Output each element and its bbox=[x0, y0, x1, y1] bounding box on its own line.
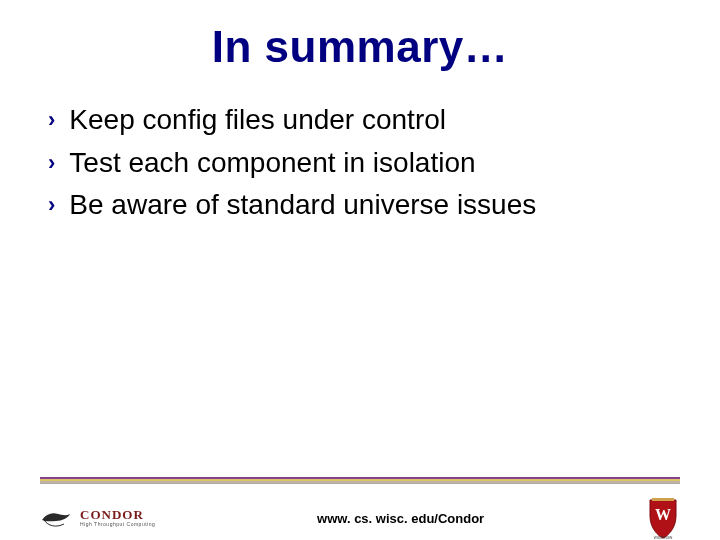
shield-icon: W WISCONSIN bbox=[646, 496, 680, 540]
slide: In summary… › Keep config files under co… bbox=[0, 22, 720, 540]
svg-rect-1 bbox=[652, 498, 674, 501]
bullet-text: Keep config files under control bbox=[69, 100, 446, 141]
footer-url: www. cs. wisc. edu/Condor bbox=[155, 511, 646, 526]
list-item: › Be aware of standard universe issues bbox=[48, 185, 680, 226]
bullet-list: › Keep config files under control › Test… bbox=[48, 100, 680, 226]
condor-logo-subtext: High Throughput Computing bbox=[80, 521, 155, 527]
footer-row: CONDOR High Throughput Computing www. cs… bbox=[40, 494, 680, 540]
wisconsin-crest: W WISCONSIN bbox=[646, 496, 680, 540]
svg-text:W: W bbox=[655, 506, 671, 523]
footer-divider bbox=[40, 477, 680, 484]
chevron-right-icon: › bbox=[48, 104, 55, 136]
condor-logo: CONDOR High Throughput Computing bbox=[40, 506, 155, 530]
chevron-right-icon: › bbox=[48, 147, 55, 179]
chevron-right-icon: › bbox=[48, 189, 55, 221]
bullet-text: Be aware of standard universe issues bbox=[69, 185, 536, 226]
list-item: › Keep config files under control bbox=[48, 100, 680, 141]
svg-text:WISCONSIN: WISCONSIN bbox=[654, 536, 673, 540]
condor-bird-icon bbox=[40, 506, 76, 530]
condor-logo-text: CONDOR bbox=[80, 509, 155, 521]
bullet-text: Test each component in isolation bbox=[69, 143, 475, 184]
list-item: › Test each component in isolation bbox=[48, 143, 680, 184]
slide-footer: CONDOR High Throughput Computing www. cs… bbox=[0, 477, 720, 540]
slide-title: In summary… bbox=[0, 22, 720, 72]
